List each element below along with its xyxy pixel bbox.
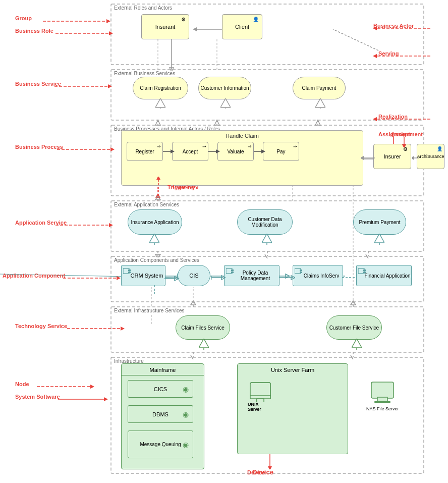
section-label-app-components: Application Components and Services xyxy=(114,257,199,263)
pay-box[interactable]: Pay ⇒ xyxy=(263,142,299,161)
svg-marker-90 xyxy=(220,98,231,108)
customer-file-oval[interactable]: Customer File Service xyxy=(326,315,382,340)
tech-service-arrow xyxy=(67,325,133,333)
mainframe-label: Mainframe xyxy=(122,364,204,375)
svg-marker-110 xyxy=(262,234,272,243)
svg-marker-44 xyxy=(191,301,196,305)
unix-server2-label: UNIX Server xyxy=(248,402,273,412)
svg-marker-107 xyxy=(156,177,160,180)
message-queuing-box[interactable]: Message Queuing ◉ xyxy=(128,431,193,458)
app-component-arrow xyxy=(63,274,129,282)
svg-marker-71 xyxy=(110,147,115,151)
svg-marker-135 xyxy=(199,339,209,348)
archisurance-box[interactable]: ArchiSurance 👤 xyxy=(417,144,444,169)
customer-data-mod-oval[interactable]: Customer Data Modification xyxy=(237,209,293,235)
claim-files-label: Claim Files Service xyxy=(181,325,225,331)
customer-information-oval[interactable]: Customer Information xyxy=(198,77,251,99)
svg-marker-50 xyxy=(351,355,353,359)
mainframe-box[interactable]: Mainframe CICS ◉ DBMS ◉ Message Queuing … xyxy=(121,363,204,469)
crm-system-box[interactable]: CRM System xyxy=(121,265,165,286)
svg-marker-13 xyxy=(214,120,219,125)
svg-marker-8 xyxy=(193,27,197,31)
insurance-application-label: Insurance Application xyxy=(131,220,179,225)
premium-payment-oval[interactable]: Premium Payment xyxy=(353,209,406,235)
section-label-external-business: External Business Services xyxy=(114,71,175,76)
policy-data-box[interactable]: Policy Data Management xyxy=(224,265,279,286)
node-arrow xyxy=(37,383,102,391)
realization-app-2 xyxy=(262,234,272,245)
svg-rect-147 xyxy=(371,382,394,398)
accept-label: Accept xyxy=(183,149,198,154)
svg-marker-103 xyxy=(412,156,414,160)
claim-registration-label: Claim Registration xyxy=(140,85,181,91)
component-icon-financial xyxy=(358,267,366,275)
insurer-box[interactable]: Insurer ⚙ xyxy=(373,144,411,169)
device-label: Device xyxy=(252,468,273,476)
claim-payment-oval[interactable]: Claim Payment xyxy=(293,77,346,99)
premium-payment-label: Premium Payment xyxy=(359,220,400,225)
section-label-external-infra: External Infrastructure Services xyxy=(114,308,185,313)
unix-server-farm-box[interactable]: Unix Server Farm UNIX Server xyxy=(237,363,348,454)
dbms-box[interactable]: DBMS ◉ xyxy=(128,405,193,423)
insurant-label: Insurant xyxy=(155,24,176,30)
cis-oval[interactable]: CIS xyxy=(178,265,210,286)
cis-to-policy-arrow xyxy=(209,273,226,283)
claims-infoserv-box[interactable]: Claims InfoServ xyxy=(293,265,343,286)
svg-marker-79 xyxy=(90,385,94,389)
svg-rect-144 xyxy=(250,396,270,399)
cics-box[interactable]: CICS ◉ xyxy=(128,380,193,398)
claims-infoserv-label: Claims InfoServ xyxy=(297,273,340,279)
svg-marker-77 xyxy=(121,327,125,331)
svg-rect-115 xyxy=(128,270,131,271)
business-role-arrow xyxy=(55,29,121,37)
svg-rect-119 xyxy=(231,272,234,273)
label-assignment-text: Assignment xyxy=(391,131,423,137)
label-business-role: Business Role xyxy=(15,28,53,34)
financial-app-box[interactable]: Financial Application xyxy=(356,265,412,286)
svg-marker-11 xyxy=(155,120,160,125)
message-queuing-label: Message Queuing xyxy=(140,442,181,447)
triggering-label: Triggering xyxy=(167,184,195,190)
cis-label: CIS xyxy=(189,273,198,279)
claim-files-oval[interactable]: Claim Files Service xyxy=(176,315,230,340)
svg-marker-69 xyxy=(108,84,112,88)
realization-arrow xyxy=(370,115,430,123)
svg-marker-137 xyxy=(352,339,362,348)
unix-server2-device[interactable]: UNIX Server xyxy=(248,382,273,412)
dbms-label: DBMS xyxy=(152,411,169,417)
register-box[interactable]: Register ⇒ xyxy=(127,142,163,161)
realization-comp-1 xyxy=(149,285,159,296)
svg-marker-92 xyxy=(315,98,325,108)
claim-registration-oval[interactable]: Claim Registration xyxy=(133,77,188,99)
unix-server2-icon xyxy=(248,382,273,402)
svg-marker-105 xyxy=(402,144,406,147)
app-service-arrow xyxy=(55,221,121,229)
archisurance-label: ArchiSurance xyxy=(417,154,444,159)
svg-marker-108 xyxy=(149,234,159,243)
svg-marker-48 xyxy=(191,355,193,359)
accept-box[interactable]: Accept ⇒ xyxy=(172,142,208,161)
system-software-arrow xyxy=(58,395,116,403)
claim-payment-label: Claim Payment xyxy=(302,85,337,91)
policy-to-claims-arrow xyxy=(279,273,295,283)
svg-marker-75 xyxy=(117,276,121,280)
cics-label: CICS xyxy=(154,386,167,392)
claims-to-financial-arrow xyxy=(342,273,358,283)
client-box[interactable]: Client 👤 xyxy=(222,14,262,39)
valuate-box[interactable]: Valuate ⇒ xyxy=(217,142,254,161)
insurant-box[interactable]: Insurant ⚙ xyxy=(141,14,189,39)
svg-marker-73 xyxy=(109,223,113,227)
group-arrow xyxy=(43,17,119,25)
realization-triangle-2 xyxy=(220,98,231,109)
realization-app-1 xyxy=(149,234,159,245)
device-arrow xyxy=(266,454,274,469)
realization-tech-2 xyxy=(352,339,362,350)
insurance-application-oval[interactable]: Insurance Application xyxy=(128,209,182,235)
svg-marker-33 xyxy=(265,254,267,258)
realization-triangle-3 xyxy=(315,98,325,109)
svg-marker-46 xyxy=(351,301,356,305)
component-icon-crm xyxy=(123,267,131,275)
svg-marker-67 xyxy=(109,31,113,35)
insurer-to-pay-arrow xyxy=(361,154,376,162)
nas-file-server-device[interactable]: NAS File Server xyxy=(366,381,399,411)
